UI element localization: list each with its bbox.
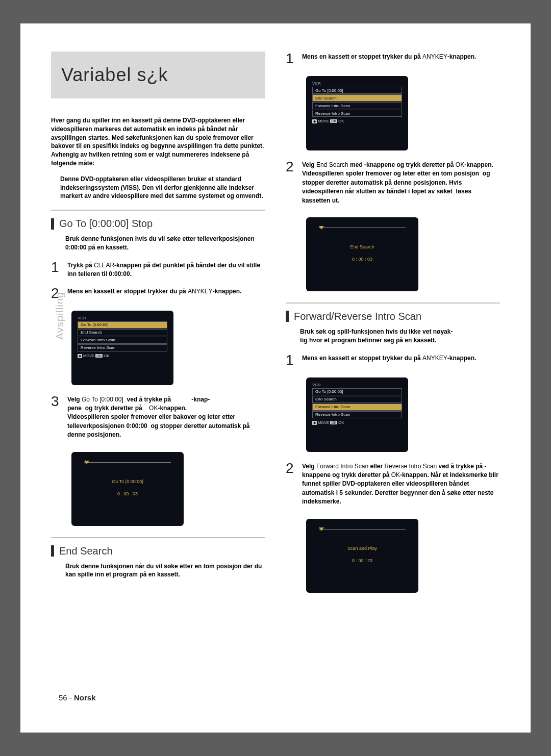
divider <box>51 537 265 538</box>
step-text: -knappen. <box>447 355 477 362</box>
osd-row: Reverse Intro Scan <box>312 110 402 117</box>
osd-footer: ◆MOVE OKOK <box>78 354 167 358</box>
playhead-icon <box>319 228 406 228</box>
section-heading-intro: Forward/Reverse Intro Scan <box>286 311 500 322</box>
step-key: OK <box>149 405 158 412</box>
osd-play-goto: Go To [0:00:00] 0 : 00 : 03 <box>71 452 184 526</box>
step-key: OK <box>391 471 400 478</box>
osd-row: Forward Intro Scan <box>312 404 402 411</box>
osd-play-label: End Search <box>350 244 374 249</box>
step-text: Velg <box>302 463 316 470</box>
divider <box>51 210 265 211</box>
osd-row: Reverse Intro Scan <box>312 411 402 418</box>
osd-play-time: 0 : 00 : 03 <box>352 257 372 262</box>
osd-row: Go To [0:00:00] <box>312 87 402 94</box>
step-key: Reverse Intro Scan <box>384 463 437 470</box>
page-number: 56 - <box>59 693 72 702</box>
page-language: Norsk <box>74 693 96 702</box>
right-column: 1 Mens en kassett er stoppet trykker du … <box>286 52 500 704</box>
osd-label: VCR <box>312 81 402 86</box>
step-key: CLEAR <box>94 262 114 269</box>
osd-row: End Search <box>312 94 402 102</box>
section-desc-goto: Bruk denne funksjonen hvis du vil søke e… <box>51 235 265 252</box>
step-key: OK <box>456 161 464 168</box>
playhead-icon <box>84 462 171 463</box>
end-step-1: 1 Mens en kassett er stoppet trykker du … <box>286 52 500 66</box>
section-desc-intro: Bruk søk og spill-funksjonen hvis du ikk… <box>286 327 500 345</box>
osd-row: End Search <box>312 396 402 403</box>
osd-play-time: 0 : 00 : 23 <box>352 558 372 563</box>
title-box: Variabel s¿k <box>51 52 265 98</box>
goto-step-1: 1 Trykk på CLEAR-knappen på det punktet … <box>51 260 265 279</box>
osd-footer: ◆MOVE OKOK <box>312 420 402 425</box>
osd-label: VCR <box>312 383 402 387</box>
playhead-icon <box>319 529 406 530</box>
step-key: Go To [0:00:00] <box>82 396 123 403</box>
heading-bar-icon <box>51 545 54 557</box>
step-number: 1 <box>51 260 63 279</box>
osd-menu-end: VCR Go To [0:00:00] End Search Forward I… <box>306 76 408 150</box>
osd-row: Forward Intro Scan <box>312 102 402 109</box>
step-text: Trykk på <box>67 262 94 269</box>
step-text: Mens en kassett er stoppet trykker du på <box>302 355 422 362</box>
section-heading-end: End Search <box>51 545 265 557</box>
step-text: Mens en kassett er stoppet trykker du på <box>67 288 188 295</box>
osd-menu-intro: VCR Go To [0:00:00] End Search Forward I… <box>306 377 408 452</box>
step-text: -knappen. <box>447 53 477 60</box>
step-key: End Search <box>316 161 348 168</box>
step-key: ANYKEY <box>422 355 447 362</box>
osd-play-label: Go To [0:00:00] <box>112 479 143 484</box>
heading-label: Go To [0:00:00] Stop <box>59 218 153 230</box>
step-text: eller <box>368 463 384 470</box>
heading-bar-icon <box>51 218 54 230</box>
intro-step-1: 1 Mens en kassett er stoppet trykker du … <box>286 353 500 367</box>
osd-menu-goto: VCR Go To [0:00:00] End Search Forward I… <box>71 311 173 385</box>
section-heading-goto: Go To [0:00:00] Stop <box>51 218 265 230</box>
page-title: Variabel s¿k <box>61 64 255 86</box>
step-number: 2 <box>286 461 298 507</box>
osd-play-time: 0 : 00 : 03 <box>117 491 138 496</box>
heading-bar-icon <box>286 311 289 322</box>
step-text: Velg <box>67 396 82 403</box>
left-column: Variabel s¿k Hver gang du spiller inn en… <box>51 52 265 704</box>
heading-label: Forward/Reverse Intro Scan <box>294 311 421 322</box>
goto-step-3: 3 Velg Go To [0:00:00] ved å trykke på -… <box>51 394 265 440</box>
osd-row: Go To [0:00:00] <box>78 321 167 329</box>
step-number: 1 <box>286 52 298 66</box>
page-footer: 56 - Norsk <box>59 693 96 702</box>
osd-row: End Search <box>78 329 167 336</box>
step-key: ANYKEY <box>422 53 447 60</box>
osd-play-label: Scan and Play <box>347 546 377 551</box>
divider <box>286 303 500 304</box>
end-step-2: 2 Velg End Search med -knappene og trykk… <box>286 160 500 205</box>
step-text: -knappen. <box>213 288 242 295</box>
step-text: Mens en kassett er stoppet trykker du på <box>302 53 422 60</box>
section-desc-end: Bruk denne funksjonen når du vil søke et… <box>51 562 265 579</box>
step-number: 2 <box>286 160 298 205</box>
step-key: Forward Intro Scan <box>316 463 368 470</box>
side-tab: Avspilling <box>54 292 66 340</box>
intro-text: Hver gang du spiller inn en kassett på d… <box>51 116 265 168</box>
osd-play-end: End Search 0 : 00 : 03 <box>306 217 418 291</box>
osd-row: Go To [0:00:00] <box>312 388 402 395</box>
osd-footer: ◆MOVE OKOK <box>312 119 402 123</box>
osd-play-scan: Scan and Play 0 : 00 : 23 <box>306 519 418 593</box>
osd-label: VCR <box>78 316 167 320</box>
step-key: ANYKEY <box>188 288 213 295</box>
osd-row: Forward Intro Scan <box>78 337 167 344</box>
intro-step-2: 2 Velg Forward Intro Scan eller Reverse … <box>286 461 500 507</box>
heading-label: End Search <box>59 545 113 557</box>
step-number: 3 <box>51 394 63 440</box>
step-text: Velg <box>302 161 316 168</box>
note-text: Denne DVD-opptakeren eller videospillere… <box>51 175 265 200</box>
step-number: 1 <box>286 353 298 367</box>
step-text: med -knappene og trykk deretter på <box>348 161 456 168</box>
goto-step-2: 2 Mens en kassett er stoppet trykker du … <box>51 286 265 300</box>
osd-row: Reverse Intro Scan <box>78 344 167 351</box>
